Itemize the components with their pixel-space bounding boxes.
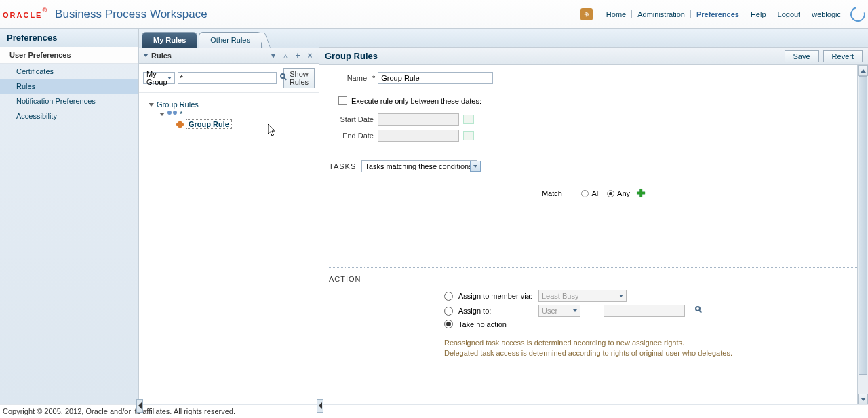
execute-between-checkbox[interactable]	[338, 96, 347, 105]
radio-assign-member[interactable]	[444, 292, 453, 301]
note-delegated: Delegated task access is determined acco…	[444, 348, 859, 358]
note-reassigned: Reassigned task access is determined acc…	[444, 338, 859, 348]
search-icon[interactable]	[694, 305, 705, 316]
tree-node-group-star[interactable]: *	[149, 109, 309, 119]
chevron-down-icon	[473, 165, 477, 168]
header-nav: Home Administration Preferences Help Log…	[601, 10, 846, 18]
tasks-select-button[interactable]	[470, 161, 481, 172]
tree-toggle-icon[interactable]	[149, 103, 154, 107]
sidebar-section-user-prefs: User Preferences	[0, 47, 138, 64]
scroll-up-button[interactable]	[858, 65, 868, 76]
group-select[interactable]: My Group	[143, 72, 175, 84]
tree-label-rule: Group Rule	[186, 119, 232, 129]
sidebar-item-certificates[interactable]: Certificates	[0, 64, 138, 79]
assign-to-input	[604, 305, 685, 317]
assign-to-type-select: User	[538, 305, 580, 317]
rules-panel-title: Rules	[151, 52, 266, 60]
radio-take-no-action[interactable]	[444, 320, 453, 328]
assign-to-type-value: User	[542, 307, 557, 315]
match-label: Match	[542, 189, 562, 197]
revert-button[interactable]: Revert	[823, 50, 863, 62]
radio-assign-to[interactable]	[444, 307, 453, 316]
nav-user[interactable]: weblogic	[806, 10, 846, 18]
tree-label-root: Group Rules	[157, 100, 199, 109]
nav-help[interactable]: Help	[745, 10, 772, 18]
filter-input[interactable]	[178, 72, 277, 84]
assign-member-label: Assign to member via:	[458, 292, 533, 300]
tab-my-rules[interactable]: My Rules	[142, 32, 197, 48]
nav-home[interactable]: Home	[601, 10, 632, 18]
tasks-select-value: Tasks matching these conditions	[365, 162, 472, 170]
tree-node-group-rules[interactable]: Group Rules	[149, 100, 309, 109]
calendar-icon[interactable]	[463, 115, 474, 124]
end-date-label: End Date	[338, 132, 374, 140]
vertical-scrollbar[interactable]	[857, 65, 868, 404]
group-rules-content: Group Rules Save Revert Name * Execute r…	[319, 28, 868, 404]
rule-icon	[176, 120, 184, 129]
tree-node-group-rule[interactable]: Group Rule	[149, 119, 309, 130]
scroll-down-button[interactable]	[858, 394, 868, 404]
nav-administration[interactable]: Administration	[632, 10, 691, 18]
app-title: Business Process Workspace	[55, 7, 208, 21]
name-input[interactable]	[378, 72, 493, 84]
rules-tabs: My Rules Other Rules	[139, 28, 319, 48]
start-date-input[interactable]	[378, 113, 459, 126]
tasks-select[interactable]: Tasks matching these conditions	[361, 160, 477, 172]
globe-icon[interactable]: ⊕	[580, 8, 593, 20]
add-condition-icon[interactable]: ✚	[637, 187, 646, 200]
chevron-down-icon	[573, 309, 577, 312]
assign-member-select: Least Busy	[538, 290, 627, 302]
name-label: Name	[329, 74, 367, 82]
chevron-down-icon	[619, 294, 623, 297]
copyright: Copyright © 2005, 2012, Oracle and/or it…	[3, 407, 235, 415]
sidebar-item-accessibility[interactable]: Accessibility	[0, 109, 138, 124]
execute-between-label: Execute rule only between these dates:	[351, 97, 481, 105]
assign-to-label: Assign to:	[458, 307, 533, 315]
match-row: Match All Any ✚	[329, 187, 859, 200]
assign-member-value: Least Busy	[542, 292, 578, 300]
scroll-thumb[interactable]	[859, 76, 867, 375]
match-all-option[interactable]: All	[581, 189, 600, 198]
calendar-icon[interactable]	[463, 131, 474, 140]
logo-trademark: ®	[42, 7, 48, 14]
oracle-logo: ORACLE®	[3, 7, 48, 21]
match-any-label: Any	[617, 189, 630, 197]
end-date-input[interactable]	[378, 130, 459, 142]
action-group: Assign to member via: Least Busy Assign …	[444, 290, 859, 328]
take-no-action-label: Take no action	[458, 320, 507, 328]
collapse-tree-icon[interactable]: ▾	[269, 51, 278, 60]
search-icon[interactable]	[279, 73, 281, 83]
expand-tree-icon[interactable]: ▵	[281, 51, 290, 60]
match-all-label: All	[591, 189, 599, 197]
footer: Copyright © 2005, 2012, Oracle and/or it…	[0, 404, 868, 418]
form-area: Name * Execute rule only between these d…	[319, 65, 868, 404]
nav-logout[interactable]: Logout	[772, 10, 807, 18]
rules-tree: Group Rules * Group Rule	[139, 93, 319, 404]
tasks-label: TASKS	[329, 162, 356, 170]
add-rule-icon[interactable]: +	[293, 51, 302, 60]
nav-preferences[interactable]: Preferences	[691, 10, 745, 18]
show-rules-button[interactable]: Show Rules	[283, 68, 315, 88]
rules-search-row: My Group Show Rules	[139, 64, 319, 93]
tab-other-rules[interactable]: Other Rules	[199, 32, 262, 48]
collapse-rules-handle[interactable]	[317, 399, 323, 413]
disclose-icon[interactable]	[143, 54, 149, 57]
divider	[329, 267, 859, 268]
delete-rule-icon[interactable]: ×	[305, 51, 315, 60]
content-title: Group Rules	[325, 51, 781, 61]
action-notes: Reassigned task access is determined acc…	[444, 338, 859, 359]
activity-icon	[848, 3, 868, 24]
sidebar-item-rules[interactable]: Rules	[0, 79, 138, 94]
divider	[329, 153, 859, 153]
preferences-sidebar: Preferences User Preferences Certificate…	[0, 28, 139, 404]
match-any-option[interactable]: Any	[607, 189, 630, 198]
sidebar-item-notification[interactable]: Notification Preferences	[0, 94, 138, 109]
tree-label-star: *	[180, 110, 182, 118]
execute-between-row: Execute rule only between these dates:	[338, 96, 859, 105]
collapse-sidebar-handle[interactable]	[136, 399, 143, 413]
save-button[interactable]: Save	[785, 50, 819, 62]
action-label: ACTION	[329, 275, 859, 283]
required-indicator: *	[372, 74, 375, 82]
rules-panel: My Rules Other Rules Rules ▾ ▵ + × My Gr…	[139, 28, 319, 404]
tree-toggle-icon[interactable]	[159, 113, 165, 116]
